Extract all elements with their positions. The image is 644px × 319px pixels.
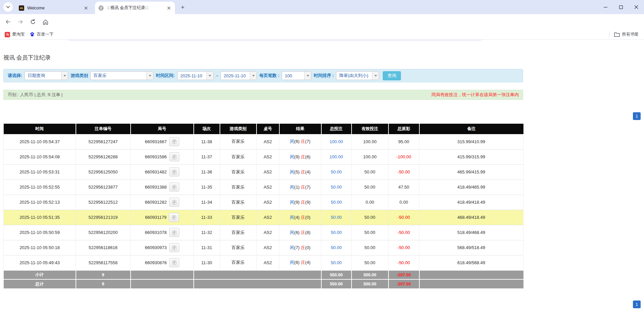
cell-payout: 95.00 [388, 134, 419, 149]
cell-bet-id: 522956120200 [76, 225, 131, 240]
result-banker-score: (9) [305, 200, 311, 205]
result-player-label: 闲 [290, 169, 294, 174]
cell-total-bet[interactable]: 50.00 [321, 210, 352, 225]
total-label: 总计 [4, 279, 76, 288]
cell-round-id: 660931388 [131, 180, 194, 195]
cell-total-bet[interactable]: 50.00 [321, 180, 352, 195]
date-from-input[interactable]: 2025-11-10 [177, 71, 214, 80]
subtotal-label: 小计 [4, 270, 76, 279]
result-player-score: (6) [294, 230, 300, 235]
all-bookmarks-button[interactable]: 所有书签 [609, 31, 644, 38]
cell-bet-id: 522956125050 [76, 164, 131, 180]
cell-table-no: AS2 [257, 164, 279, 180]
video-replay-button[interactable] [169, 152, 179, 161]
table-row: 2025-11-10 05:52:13 522956122512 6609312… [4, 195, 523, 210]
filter-panel: 请选择: 日期查询 游戏类别 百家乐 时间区间: 2025-11-10 ~ 20… [3, 69, 523, 82]
cell-total-bet[interactable]: 100.00 [321, 134, 352, 149]
bookmark-taobao[interactable]: 淘 爱淘宝 [5, 32, 25, 37]
result-player-label: 闲 [290, 139, 294, 144]
cell-table-no: AS2 [257, 225, 279, 240]
total-row: 总计 9 550.00 500.00 -207.50 [4, 279, 523, 288]
round-id-value: 660931388 [145, 185, 167, 190]
sort-select[interactable]: 降幂(由大到小) [336, 71, 379, 80]
cell-remark: 465.99/415.99 [419, 164, 523, 180]
tab-close-button[interactable] [83, 5, 89, 11]
cell-valid-bet: 100.00 [352, 149, 388, 164]
subtotal-empty-merged [194, 270, 321, 279]
video-film-icon [172, 245, 177, 250]
cell-bet-id: 522956122512 [76, 195, 131, 210]
tab-search-button[interactable] [3, 2, 13, 12]
cell-table-no: AS2 [257, 210, 279, 225]
cell-total-bet[interactable]: 50.00 [321, 225, 352, 240]
video-replay-button[interactable] [169, 213, 179, 222]
search-button[interactable]: 查询 [383, 71, 401, 80]
page-size-label: 每页笔数 : [259, 73, 279, 79]
chevron-down-icon[interactable] [304, 72, 311, 80]
date-range-label: 时间区间: [156, 73, 175, 79]
video-replay-button[interactable] [169, 183, 179, 192]
chevron-down-icon[interactable] [146, 72, 153, 80]
result-banker-score: (7) [305, 185, 311, 190]
bet-records-table: 时间 注单编号 局号 场次 游戏类别 桌号 结果 总投注 有效投注 总派彩 备注… [3, 124, 523, 288]
home-button[interactable] [40, 16, 51, 27]
video-replay-button[interactable] [169, 198, 179, 207]
maximize-icon [619, 5, 623, 9]
chevron-down-icon[interactable] [372, 72, 379, 80]
cell-result: 闲(6) 庄(4) [279, 255, 321, 270]
game-type-label: 游戏类别 [71, 73, 88, 79]
tab-welcome[interactable]: Welcome [15, 2, 92, 14]
baidu-paw-icon [30, 32, 35, 37]
cell-payout: -50.00 [388, 255, 419, 270]
result-player-score: (6) [294, 139, 300, 144]
cell-session: 11-33 [194, 210, 220, 225]
reload-button[interactable] [28, 16, 38, 27]
back-button[interactable] [3, 16, 13, 27]
bookmark-baidu[interactable]: 百度一下 [30, 32, 54, 37]
cell-total-bet[interactable]: 100.00 [321, 149, 352, 164]
video-replay-button[interactable] [169, 258, 179, 267]
tab-betrecord[interactable]: :::视讯 会员下注纪录::: [95, 2, 175, 14]
forward-button[interactable] [15, 16, 26, 27]
subtotal-valid-bet: 500.00 [352, 270, 388, 279]
col-header-bet-id: 注单编号 [76, 124, 131, 134]
minimize-button[interactable] [598, 0, 613, 14]
video-replay-button[interactable] [169, 228, 179, 237]
cell-round-id: 660931282 [131, 195, 194, 210]
col-header-total-bet: 总投注 [321, 124, 352, 134]
page-size-select[interactable]: 100 [282, 71, 311, 80]
all-bookmarks-label: 所有书签 [622, 32, 639, 37]
video-replay-button[interactable] [169, 137, 179, 146]
cell-total-bet[interactable]: 50.00 [321, 240, 352, 255]
round-id-value: 660931586 [145, 154, 167, 159]
date-to-input[interactable]: 2025-11-10 [221, 71, 257, 80]
maximize-button[interactable] [613, 0, 629, 14]
cell-session: 11-32 [194, 225, 220, 240]
video-replay-button[interactable] [169, 243, 179, 252]
new-tab-button[interactable]: + [179, 3, 187, 11]
cell-round-id: 660930876 [131, 255, 194, 270]
video-replay-button[interactable] [169, 167, 179, 176]
chevron-down-icon[interactable] [206, 72, 213, 80]
cell-total-bet[interactable]: 50.00 [321, 164, 352, 180]
cell-total-bet[interactable]: 50.00 [321, 195, 352, 210]
col-header-result: 结果 [279, 124, 321, 134]
tab-close-button[interactable] [166, 5, 172, 11]
result-player-score: (4) [294, 215, 300, 220]
video-film-icon [172, 200, 177, 205]
summary-bar: 币别 : 人民币 | 总共 :9 注单 | 同局有效投注，统一计算在该局第一张注… [3, 90, 523, 100]
col-header-payout: 总派彩 [388, 124, 419, 134]
cell-remark: 418.49/418.49 [419, 195, 523, 210]
table-row: 2025-11-10 05:52:55 522956123877 6609313… [4, 180, 523, 195]
pagination-page-1-top[interactable]: 1 [633, 112, 641, 120]
pagination-page-1-bottom[interactable]: 1 [633, 301, 641, 308]
result-banker-label: 庄 [301, 185, 305, 190]
total-empty-round [131, 279, 194, 288]
cell-total-bet[interactable]: 50.00 [321, 255, 352, 270]
chevron-down-icon[interactable] [61, 72, 68, 80]
result-banker-label: 庄 [301, 200, 305, 205]
chevron-down-icon[interactable] [250, 72, 257, 80]
query-type-select[interactable]: 日期查询 [25, 71, 68, 80]
close-window-button[interactable] [629, 0, 644, 14]
game-type-select[interactable]: 百家乐 [90, 71, 153, 80]
